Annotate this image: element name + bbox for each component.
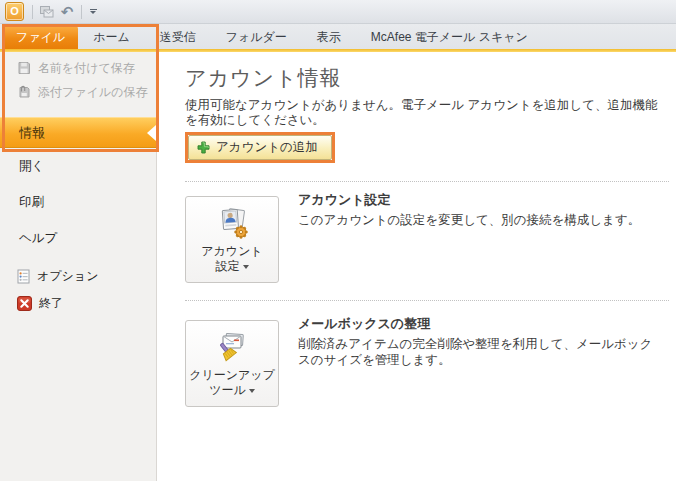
account-settings-button-label: アカウント 設定 xyxy=(201,244,262,274)
account-settings-icon xyxy=(214,206,250,242)
toolbar-separator xyxy=(32,5,33,19)
tab-home[interactable]: ホーム xyxy=(78,26,145,49)
section-description: このアカウントの設定を変更して、別の接続を構成します。 xyxy=(298,212,640,228)
account-information-pane: アカウント情報 使用可能なアカウントがありません。電子メール アカウントを追加し… xyxy=(157,52,676,481)
sidebar-item-options[interactable]: オプション xyxy=(0,263,156,290)
backstage-sidebar: 名前を付けて保存 添付ファイルの保存 情報 開く 印刷 ヘルプ xyxy=(0,52,157,481)
sidebar-item-label: 情報 xyxy=(19,124,45,142)
section-text: メールボックスの整理 削除済みアイテムの完全削除や整理を利用して、メールボックス… xyxy=(298,315,658,368)
dropdown-caret-icon xyxy=(249,389,255,393)
save-attachment-icon xyxy=(17,85,31,99)
dropdown-caret-icon xyxy=(243,265,249,269)
sidebar-item-label: 名前を付けて保存 xyxy=(38,60,135,77)
sidebar-item-exit[interactable]: 終了 xyxy=(0,290,156,317)
cleanup-tools-icon xyxy=(214,330,250,366)
save-as-icon xyxy=(17,61,31,75)
section-mailbox-cleanup: クリーンアップ ツール メールボックスの整理 削除済みアイテムの完全削除や整理を… xyxy=(185,315,669,407)
section-account-settings: アカウント 設定 アカウント設定 このアカウントの設定を変更して、別の接続を構成… xyxy=(185,191,669,283)
exit-icon xyxy=(17,296,32,311)
add-account-button-label: アカウントの追加 xyxy=(216,139,318,156)
sidebar-footer: オプション 終了 xyxy=(0,263,156,317)
sidebar-item-save-as: 名前を付けて保存 xyxy=(0,56,156,80)
sidebar-item-label: 添付ファイルの保存 xyxy=(38,84,147,101)
annotation-highlight-add-account: アカウントの追加 xyxy=(185,132,335,163)
add-account-button[interactable]: アカウントの追加 xyxy=(188,135,332,160)
tab-send-receive[interactable]: 送受信 xyxy=(145,26,211,49)
section-text: アカウント設定 このアカウントの設定を変更して、別の接続を構成します。 xyxy=(298,191,640,228)
sidebar-item-save-attachments: 添付ファイルの保存 xyxy=(0,80,156,104)
page-description: 使用可能なアカウントがありません。電子メール アカウントを追加して、追加機能を有… xyxy=(185,98,669,128)
sidebar-item-label: 印刷 xyxy=(19,194,44,211)
cleanup-tools-button-label: クリーンアップ ツール xyxy=(189,368,275,398)
plus-icon xyxy=(197,141,210,154)
ribbon-tab-bar: ファイル ホーム 送受信 フォルダー 表示 McAfee 電子メール スキャン xyxy=(0,24,676,49)
tab-mcafee-email-scan[interactable]: McAfee 電子メール スキャン xyxy=(356,26,543,49)
sidebar-item-label: 終了 xyxy=(39,295,63,312)
send-receive-icon[interactable] xyxy=(37,2,57,22)
options-icon xyxy=(17,269,30,284)
undo-icon[interactable]: ↶ xyxy=(57,2,77,22)
selected-item-arrow xyxy=(147,125,156,141)
section-description: 削除済みアイテムの完全削除や整理を利用して、メールボックスのサイズを管理します。 xyxy=(298,336,658,368)
section-heading: メールボックスの整理 xyxy=(298,315,658,332)
sidebar-item-open[interactable]: 開く xyxy=(0,148,156,184)
section-divider xyxy=(185,300,669,301)
sidebar-item-label: 開く xyxy=(19,158,44,175)
sidebar-item-help[interactable]: ヘルプ xyxy=(0,220,156,256)
sidebar-item-label: ヘルプ xyxy=(19,230,57,247)
account-settings-button[interactable]: アカウント 設定 xyxy=(185,196,279,283)
sidebar-item-print[interactable]: 印刷 xyxy=(0,184,156,220)
tab-view[interactable]: 表示 xyxy=(302,26,356,49)
cleanup-tools-button[interactable]: クリーンアップ ツール xyxy=(185,320,279,407)
section-heading: アカウント設定 xyxy=(298,191,640,208)
sidebar-item-label: オプション xyxy=(37,268,98,285)
customize-quick-access-toolbar-icon[interactable] xyxy=(86,2,100,22)
page-title: アカウント情報 xyxy=(185,64,669,91)
outlook-app-icon[interactable]: O xyxy=(5,2,24,21)
toolbar-separator xyxy=(81,5,82,19)
tab-file[interactable]: ファイル xyxy=(3,26,78,49)
tab-folder[interactable]: フォルダー xyxy=(211,26,302,49)
backstage-view: 名前を付けて保存 添付ファイルの保存 情報 開く 印刷 ヘルプ xyxy=(0,52,676,481)
titlebar: O ↶ xyxy=(0,0,676,24)
section-divider xyxy=(185,181,669,182)
quick-access-toolbar: O ↶ xyxy=(0,0,676,23)
sidebar-item-info[interactable]: 情報 xyxy=(0,117,156,148)
